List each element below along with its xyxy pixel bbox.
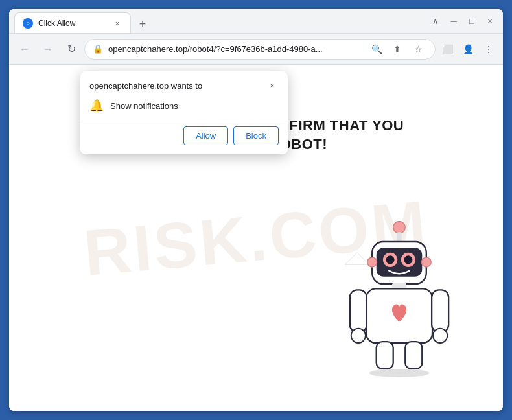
- notification-popup: opencaptchahere.top wants to × 🔔 Show no…: [80, 71, 288, 154]
- close-window-button[interactable]: ×: [482, 14, 498, 29]
- popup-header: opencaptchahere.top wants to ×: [80, 71, 288, 96]
- popup-notification-row: 🔔 Show notifications: [80, 96, 288, 121]
- url-bar[interactable]: 🔒 opencaptchahere.top/robot4/?c=9f67e36b…: [84, 39, 436, 60]
- share-icon[interactable]: ⬆: [388, 40, 406, 58]
- profile-icon[interactable]: 👤: [459, 40, 477, 58]
- lock-icon: 🔒: [93, 44, 103, 54]
- menu-icon[interactable]: ⋮: [480, 40, 498, 58]
- forward-button[interactable]: →: [38, 39, 58, 60]
- address-bar: ← → ↻ 🔒 opencaptchahere.top/robot4/?c=9f…: [9, 34, 503, 65]
- browser-content: RISK.COM opencaptchahere.top wants to × …: [9, 65, 503, 411]
- browser-window: ○ Click Allow × + ∧ ─ □ × ← → ↻ 🔒 openca…: [9, 9, 503, 411]
- title-bar: ○ Click Allow × + ∧ ─ □ ×: [9, 9, 503, 34]
- popup-notification-text: Show notifications: [110, 101, 178, 111]
- popup-action-buttons: Allow Block: [80, 121, 288, 154]
- window-controls: ∧ ─ □ ×: [428, 14, 498, 29]
- popup-close-button[interactable]: ×: [266, 79, 279, 92]
- url-text: opencaptchahere.top/robot4/?c=9f67e36b-a…: [108, 44, 362, 54]
- back-button[interactable]: ←: [14, 39, 35, 60]
- allow-button[interactable]: Allow: [183, 126, 228, 145]
- search-icon[interactable]: 🔍: [367, 40, 386, 58]
- url-action-buttons: 🔍 ⬆ ☆: [367, 40, 427, 58]
- refresh-button[interactable]: ↻: [61, 39, 82, 60]
- minimize-button[interactable]: ─: [446, 14, 461, 29]
- bell-icon: 🔔: [89, 99, 104, 113]
- bookmark-icon[interactable]: ☆: [409, 40, 427, 58]
- new-tab-button[interactable]: +: [134, 15, 152, 33]
- block-button[interactable]: Block: [233, 126, 279, 145]
- tab-title: Click Allow: [38, 19, 107, 28]
- extensions-icon[interactable]: ⬜: [438, 40, 456, 58]
- tab-close-button[interactable]: ×: [112, 18, 122, 29]
- popup-site-text: opencaptchahere.top wants to: [89, 81, 202, 91]
- restore-button[interactable]: □: [464, 14, 480, 29]
- chevron-up-icon: ∧: [428, 14, 443, 29]
- tab-favicon: ○: [23, 18, 33, 29]
- tab-area: ○ Click Allow × +: [14, 9, 428, 33]
- active-tab[interactable]: ○ Click Allow ×: [14, 12, 131, 33]
